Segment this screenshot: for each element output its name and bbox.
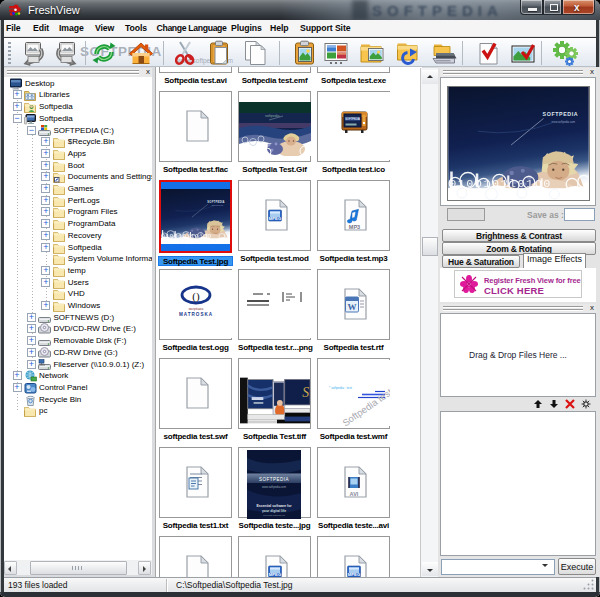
svg-text:MP3: MP3 [349, 224, 360, 230]
svg-text:(): () [192, 290, 200, 303]
svg-text:* softpedia : test: * softpedia : test [329, 386, 352, 390]
svg-text:your digital life: your digital life [262, 509, 286, 513]
svg-text:copyright softnews net: copyright softnews net [263, 514, 285, 516]
svg-text:S: S [302, 385, 309, 400]
svg-text:SOFTPEDIA: SOFTPEDIA [259, 477, 289, 482]
svg-text:www.softpedia.com: www.softpedia.com [262, 485, 287, 489]
svg-text:Essential software for: Essential software for [256, 504, 292, 508]
svg-text:MPEG: MPEG [269, 216, 281, 221]
svg-text:матрёшка: матрёшка [189, 307, 204, 311]
svg-text:AVI: AVI [350, 491, 359, 497]
svg-text:MATROSKA: MATROSKA [179, 312, 213, 317]
svg-text:SOFTPEDIA: SOFTPEDIA [345, 117, 360, 121]
svg-text:W: W [348, 302, 357, 312]
